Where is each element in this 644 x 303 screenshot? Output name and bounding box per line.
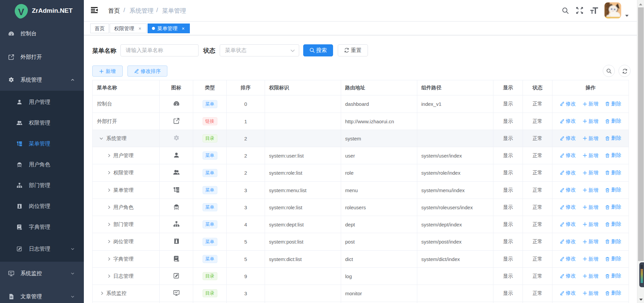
svg-text:V: V: [18, 7, 24, 17]
